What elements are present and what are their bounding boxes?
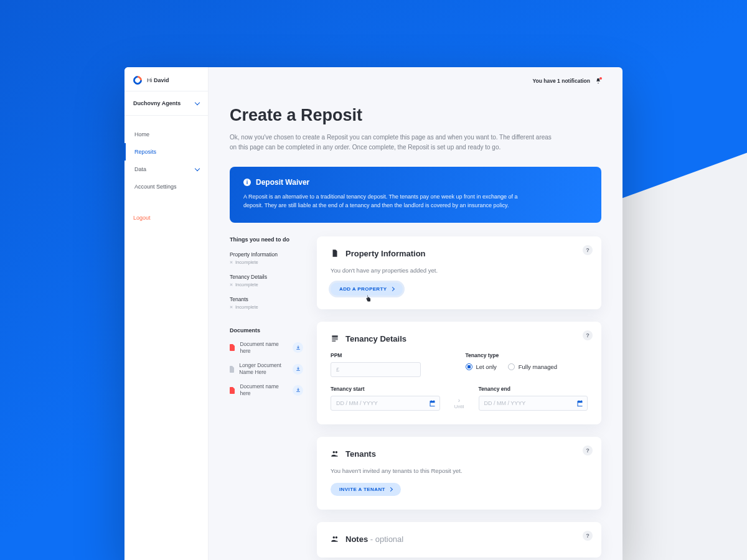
task-status: Incomplete: [230, 304, 303, 310]
date-separator: › Until: [453, 398, 466, 411]
document-name: Longer Document Name Here: [239, 362, 288, 376]
help-button[interactable]: ?: [583, 330, 593, 340]
file-text-icon: [331, 249, 339, 258]
radio-let-only[interactable]: Let only: [466, 363, 497, 370]
calendar-icon[interactable]: [576, 398, 584, 406]
nav-account-settings[interactable]: Account Settings: [125, 178, 208, 195]
chevron-right-icon: [388, 487, 393, 492]
page-title: Create a Reposit: [230, 106, 601, 125]
tenancy-start-label: Tenancy start: [331, 386, 440, 392]
chevron-down-icon: [195, 166, 200, 170]
help-button[interactable]: ?: [583, 446, 593, 455]
agency-name: Duchovny Agents: [133, 100, 181, 106]
tenancy-start-input[interactable]: [331, 396, 440, 411]
tenancy-end-label: Tenancy end: [479, 386, 588, 392]
document-row: Longer Document Name Here: [230, 362, 303, 376]
bell-icon[interactable]: [595, 78, 601, 84]
invite-tenant-button[interactable]: INVITE A TENANT: [331, 483, 401, 496]
arrow-right-icon: ›: [458, 398, 460, 404]
nav-home[interactable]: Home: [125, 126, 208, 143]
chevron-down-icon: [195, 100, 200, 105]
x-icon: [230, 306, 233, 309]
calendar-icon[interactable]: [429, 398, 436, 406]
sidebar-nav: Home Reposits Data Account Settings Logo…: [125, 116, 208, 226]
nav-data-label: Data: [134, 166, 146, 172]
tenancy-end-input[interactable]: [479, 396, 588, 411]
nav-logout[interactable]: Logout: [125, 209, 208, 226]
task-status: Incomplete: [230, 282, 303, 287]
notification-text[interactable]: You have 1 notification: [533, 78, 590, 84]
radio-icon: [466, 363, 472, 370]
help-button[interactable]: ?: [583, 245, 593, 255]
task-name: Tenants: [230, 296, 303, 302]
main-content: You have 1 notification Create a Reposit…: [209, 67, 622, 560]
task-item[interactable]: Tenancy Details Incomplete: [230, 274, 303, 287]
users-icon: [331, 449, 339, 458]
logo-icon: [131, 74, 144, 86]
notes-card: ? Notes - optional: [317, 522, 601, 558]
ppm-input[interactable]: [331, 362, 421, 377]
x-icon: [230, 261, 233, 264]
add-property-label: ADD A PROPERTY: [339, 286, 387, 292]
file-pdf-icon: [230, 387, 235, 394]
tenancy-title: Tenancy Details: [345, 334, 406, 343]
add-property-button[interactable]: ADD A PROPERTY: [331, 282, 403, 296]
until-label: Until: [454, 404, 464, 409]
tenants-empty: You haven't invited any tenants to this …: [331, 467, 588, 474]
nav-account-label: Account Settings: [134, 184, 177, 190]
banner-title: Deposit Waiver: [256, 178, 309, 187]
download-button[interactable]: [293, 385, 303, 396]
nav-logout-label: Logout: [133, 215, 151, 221]
download-button[interactable]: [293, 342, 303, 353]
tenancy-card: ? Tenancy Details PPM Tenancy type: [317, 322, 601, 424]
info-icon: i: [243, 179, 251, 186]
radio-fully-managed[interactable]: Fully managed: [508, 363, 557, 370]
radio-fully-managed-label: Fully managed: [519, 363, 557, 370]
side-tasks: Things you need to do Property Informati…: [230, 236, 303, 560]
sidebar: Hi David Duchovny Agents Home Reposits D…: [125, 67, 209, 560]
download-button[interactable]: [293, 364, 303, 375]
property-empty: You don't have any properties added yet.: [331, 267, 588, 274]
task-name: Property Information: [230, 251, 303, 258]
nav-reposits-label: Reposits: [134, 149, 156, 155]
list-icon: [331, 334, 339, 343]
invite-tenant-label: INVITE A TENANT: [339, 487, 385, 492]
help-button[interactable]: ?: [583, 531, 593, 541]
greeting-prefix: Hi: [147, 77, 154, 83]
property-card: ? Property Information You don't have an…: [317, 236, 601, 309]
property-title: Property Information: [345, 249, 426, 258]
nav-home-label: Home: [134, 131, 149, 138]
file-pdf-icon: [230, 344, 235, 351]
task-item[interactable]: Tenants Incomplete: [230, 296, 303, 310]
ppm-label: PPM: [331, 352, 453, 358]
nav-data[interactable]: Data: [125, 161, 208, 178]
users-icon: [331, 534, 339, 543]
nav-reposits[interactable]: Reposits: [125, 143, 208, 161]
page-lead: Ok, now you've chosen to create a Reposi…: [230, 133, 553, 152]
banner-body: A Reposit is an alternative to a traditi…: [243, 193, 536, 210]
document-name: Document name here: [240, 383, 288, 397]
agency-switcher[interactable]: Duchovny Agents: [125, 91, 208, 116]
greeting-name: David: [154, 77, 169, 83]
chevron-right-icon: [390, 287, 395, 291]
sidebar-header: Hi David: [125, 67, 208, 91]
greeting: Hi David: [147, 77, 169, 83]
tenancy-type-label: Tenancy type: [466, 352, 588, 358]
notes-title: Notes - optional: [345, 534, 403, 544]
task-name: Tenancy Details: [230, 274, 303, 280]
app-window: Hi David Duchovny Agents Home Reposits D…: [125, 67, 622, 560]
topbar: You have 1 notification: [230, 67, 601, 95]
task-item[interactable]: Property Information Incomplete: [230, 251, 303, 265]
documents-heading: Documents: [230, 327, 303, 334]
file-icon: [230, 366, 234, 373]
cards-column: ? Property Information You don't have an…: [317, 236, 601, 560]
document-name: Document name here: [240, 341, 288, 355]
document-row: Document name here: [230, 383, 303, 397]
tasks-heading: Things you need to do: [230, 236, 303, 243]
task-status: Incomplete: [230, 259, 303, 265]
radio-let-only-label: Let only: [476, 363, 497, 370]
tenants-card: ? Tenants You haven't invited any tenant…: [317, 437, 601, 510]
notes-suffix: - optional: [368, 534, 403, 544]
document-row: Document name here: [230, 341, 303, 355]
radio-icon: [508, 363, 515, 370]
